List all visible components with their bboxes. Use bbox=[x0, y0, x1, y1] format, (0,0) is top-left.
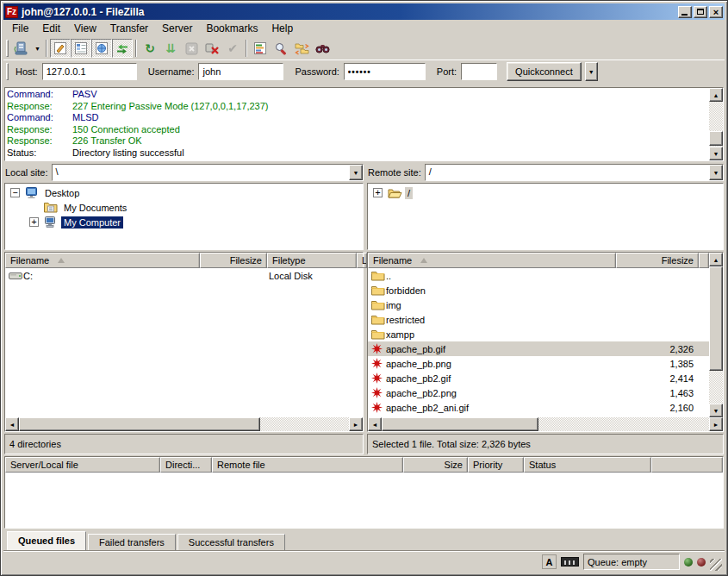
scroll-thumb[interactable] bbox=[709, 266, 723, 371]
file-row[interactable]: .. bbox=[368, 268, 709, 283]
maximize-button[interactable] bbox=[694, 6, 707, 18]
close-button[interactable]: × bbox=[709, 6, 723, 18]
log-line: Status:Directory listing successful bbox=[5, 147, 709, 160]
menu-bookmarks[interactable]: Bookmarks bbox=[199, 21, 264, 36]
remote-site-dropdown[interactable]: ▼ bbox=[709, 165, 723, 180]
scroll-track[interactable] bbox=[709, 102, 723, 147]
expand-icon[interactable]: + bbox=[29, 217, 39, 227]
menu-file[interactable]: File bbox=[5, 21, 35, 36]
menu-help[interactable]: Help bbox=[264, 21, 300, 36]
site-manager-icon bbox=[14, 41, 29, 55]
remote-hscrollbar[interactable]: ◄ ► bbox=[368, 417, 723, 431]
toggle-message-log-button[interactable] bbox=[50, 39, 71, 58]
file-row[interactable]: apache_pb2_ani.gif2,160 bbox=[368, 400, 709, 415]
menu-edit[interactable]: Edit bbox=[35, 21, 67, 36]
expand-icon[interactable]: + bbox=[373, 188, 383, 197]
scroll-left-button[interactable]: ◄ bbox=[368, 417, 382, 431]
quickconnect-dropdown[interactable]: ▼ bbox=[585, 62, 598, 81]
column-header-filesize[interactable]: Filesize bbox=[200, 253, 267, 268]
column-header-direction[interactable]: Directi... bbox=[160, 457, 212, 473]
host-input[interactable] bbox=[42, 63, 137, 80]
remote-pane-top: Remote site: / ▼ +/ bbox=[367, 164, 724, 250]
toolbar-separator bbox=[135, 40, 137, 57]
scroll-track[interactable] bbox=[382, 417, 709, 431]
remote-site-label: Remote site: bbox=[367, 167, 421, 178]
port-input[interactable] bbox=[461, 63, 497, 80]
tree-item[interactable]: −Desktop bbox=[5, 185, 363, 200]
log-line-text: 226 Transfer OK bbox=[72, 135, 142, 147]
disconnect-button[interactable] bbox=[202, 39, 222, 58]
find-files-button[interactable] bbox=[312, 39, 333, 58]
file-row[interactable]: C:Local Disk bbox=[5, 268, 363, 283]
minimize-button[interactable] bbox=[678, 6, 692, 18]
refresh-button[interactable]: ↻ bbox=[140, 39, 160, 58]
local-site-combo[interactable]: \ ▼ bbox=[52, 164, 364, 181]
menu-server[interactable]: Server bbox=[155, 21, 199, 36]
filter-button[interactable] bbox=[250, 39, 271, 58]
scroll-down-button[interactable]: ▼ bbox=[709, 147, 723, 160]
scroll-track[interactable] bbox=[19, 417, 349, 431]
column-header-status[interactable]: Status bbox=[524, 457, 651, 473]
password-input[interactable] bbox=[344, 63, 426, 80]
column-header-filetype[interactable]: Filetype bbox=[267, 253, 357, 268]
local-site-dropdown[interactable]: ▼ bbox=[349, 165, 363, 180]
remote-vscrollbar[interactable]: ▲ ▼ bbox=[709, 253, 723, 417]
quickbar-grip[interactable] bbox=[6, 63, 9, 80]
file-row[interactable]: restricted bbox=[368, 312, 709, 327]
collapse-icon[interactable]: − bbox=[10, 188, 20, 197]
process-queue-button[interactable]: ⇊ bbox=[160, 39, 181, 58]
file-row[interactable]: img bbox=[368, 297, 709, 312]
scroll-left-button[interactable]: ◄ bbox=[5, 417, 19, 431]
reconnect-button[interactable]: ✔ bbox=[222, 39, 243, 58]
tree-item[interactable]: My Documents bbox=[5, 200, 363, 215]
column-header-server-local-file[interactable]: Server/Local file bbox=[5, 457, 160, 473]
column-header-filename[interactable]: Filename bbox=[5, 253, 200, 268]
speed-limit-icon[interactable] bbox=[561, 557, 579, 567]
title-bar[interactable]: Fz john@127.0.0.1 - FileZilla × bbox=[3, 3, 725, 20]
column-header-priority[interactable]: Priority bbox=[468, 457, 524, 473]
transfer-type-indicator-icon[interactable]: A bbox=[542, 554, 557, 569]
site-manager-dropdown[interactable]: ▼ bbox=[32, 39, 43, 58]
tab-successful-transfers[interactable]: Successful transfers bbox=[177, 534, 285, 550]
local-pane-top: Local site: \ ▼ −DesktopMy Documents+My … bbox=[4, 164, 364, 250]
toggle-remote-tree-button[interactable] bbox=[91, 39, 112, 58]
username-input[interactable] bbox=[198, 63, 283, 80]
compare-directories-button[interactable] bbox=[271, 39, 291, 58]
tab-failed-transfers[interactable]: Failed transfers bbox=[88, 534, 176, 550]
local-hscrollbar[interactable]: ◄ ► bbox=[5, 417, 363, 431]
resize-grip[interactable] bbox=[710, 559, 722, 571]
scroll-up-button[interactable]: ▲ bbox=[709, 253, 723, 266]
scroll-track[interactable] bbox=[709, 266, 723, 404]
file-row[interactable]: apache_pb2.gif2,414 bbox=[368, 371, 709, 385]
log-vscrollbar[interactable]: ▲ ▼ bbox=[709, 88, 723, 160]
file-row[interactable]: apache_pb2.png1,463 bbox=[368, 385, 709, 400]
scroll-thumb[interactable] bbox=[709, 131, 723, 146]
file-row[interactable]: xampp bbox=[368, 327, 709, 341]
column-header-filename[interactable]: Filename bbox=[368, 253, 616, 268]
toolbar-grip[interactable] bbox=[6, 40, 9, 57]
remote-site-combo[interactable]: / ▼ bbox=[425, 164, 724, 181]
scroll-right-button[interactable]: ► bbox=[349, 417, 363, 431]
tab-queued-files[interactable]: Queued files bbox=[7, 531, 86, 550]
scroll-thumb[interactable] bbox=[19, 417, 260, 431]
tree-item[interactable]: +My Computer bbox=[5, 215, 363, 229]
cancel-operation-button[interactable] bbox=[181, 39, 202, 58]
toggle-local-tree-button[interactable] bbox=[71, 39, 91, 58]
scroll-up-button[interactable]: ▲ bbox=[709, 88, 723, 102]
toggle-queue-button[interactable] bbox=[112, 39, 133, 58]
tree-item[interactable]: +/ bbox=[368, 185, 723, 200]
site-manager-button[interactable] bbox=[11, 39, 32, 58]
file-row[interactable]: apache_pb.png1,385 bbox=[368, 356, 709, 371]
scroll-thumb[interactable] bbox=[382, 417, 538, 431]
scroll-right-button[interactable]: ► bbox=[709, 417, 723, 431]
menu-view[interactable]: View bbox=[67, 21, 103, 36]
column-header-remote-file[interactable]: Remote file bbox=[212, 457, 403, 473]
column-header-filesize[interactable]: Filesize bbox=[616, 253, 699, 268]
synchronized-browsing-button[interactable] bbox=[291, 39, 312, 58]
quickconnect-button[interactable]: Quickconnect bbox=[507, 62, 582, 81]
menu-transfer[interactable]: Transfer bbox=[103, 21, 155, 36]
file-row[interactable]: forbidden bbox=[368, 283, 709, 297]
column-header-size[interactable]: Size bbox=[403, 457, 468, 473]
scroll-down-button[interactable]: ▼ bbox=[709, 404, 723, 417]
file-row[interactable]: apache_pb.gif2,326 bbox=[368, 341, 709, 356]
